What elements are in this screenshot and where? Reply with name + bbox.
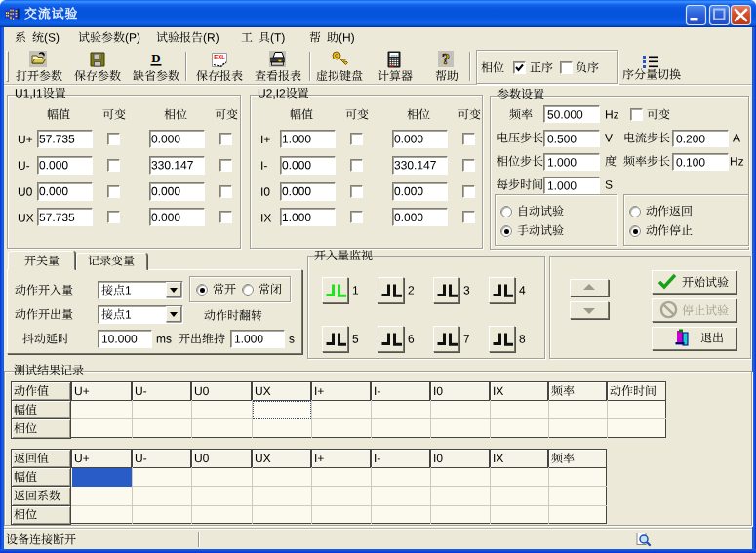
svg-text:EXL: EXL [214,54,225,59]
svg-text:888: 888 [390,54,398,58]
svg-text:D: D [151,51,160,65]
svg-text:?: ? [442,51,450,67]
